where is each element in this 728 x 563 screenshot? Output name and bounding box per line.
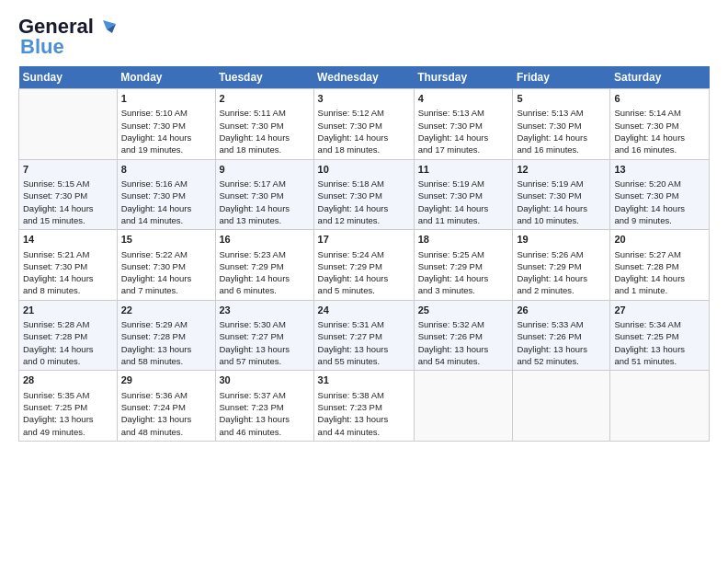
day-info: Daylight: 14 hours: [614, 272, 705, 284]
calendar-cell: 1Sunrise: 5:10 AMSunset: 7:30 PMDaylight…: [117, 89, 215, 160]
day-info: and 49 minutes.: [23, 426, 113, 438]
day-info: Sunrise: 5:14 AM: [614, 107, 705, 119]
day-number: 25: [418, 304, 509, 317]
day-info: Sunrise: 5:12 AM: [318, 107, 410, 119]
day-info: and 15 minutes.: [23, 214, 113, 226]
day-info: Sunset: 7:30 PM: [418, 190, 509, 201]
day-number: 11: [418, 163, 509, 177]
calendar-cell: 28Sunrise: 5:35 AMSunset: 7:25 PMDayligh…: [19, 371, 118, 442]
calendar-cell: 24Sunrise: 5:31 AMSunset: 7:27 PMDayligh…: [313, 300, 414, 371]
day-info: and 52 minutes.: [517, 355, 606, 367]
day-info: and 7 minutes.: [121, 284, 211, 296]
calendar-cell: 29Sunrise: 5:36 AMSunset: 7:24 PMDayligh…: [117, 371, 215, 442]
day-info: and 2 minutes.: [517, 284, 606, 296]
calendar-cell: 31Sunrise: 5:38 AMSunset: 7:23 PMDayligh…: [313, 371, 414, 442]
day-info: Sunset: 7:29 PM: [220, 260, 310, 272]
day-info: Daylight: 14 hours: [23, 343, 113, 355]
day-info: Daylight: 14 hours: [517, 202, 606, 214]
day-info: Sunset: 7:28 PM: [614, 260, 705, 272]
day-number: 19: [517, 233, 606, 247]
calendar-cell: 14Sunrise: 5:21 AMSunset: 7:30 PMDayligh…: [19, 230, 118, 301]
day-number: 5: [517, 92, 606, 106]
day-info: Sunrise: 5:20 AM: [614, 178, 705, 190]
day-info: Daylight: 14 hours: [517, 272, 606, 284]
day-info: Daylight: 14 hours: [418, 272, 509, 284]
calendar-cell: 27Sunrise: 5:34 AMSunset: 7:25 PMDayligh…: [610, 300, 710, 371]
day-info: Daylight: 14 hours: [121, 202, 211, 214]
calendar-cell: [513, 371, 610, 442]
day-number: 6: [614, 92, 705, 106]
day-info: Sunrise: 5:27 AM: [614, 248, 705, 260]
day-info: Daylight: 14 hours: [318, 202, 410, 214]
day-number: 20: [614, 233, 705, 247]
day-info: Sunset: 7:25 PM: [614, 330, 705, 342]
day-info: Daylight: 14 hours: [418, 202, 509, 214]
calendar-cell: 21Sunrise: 5:28 AMSunset: 7:28 PMDayligh…: [19, 300, 118, 371]
day-info: and 44 minutes.: [318, 426, 410, 438]
day-number: 31: [318, 373, 410, 387]
day-info: Sunrise: 5:36 AM: [121, 389, 211, 401]
day-info: and 57 minutes.: [220, 355, 310, 367]
day-info: and 18 minutes.: [220, 144, 310, 155]
calendar-cell: 13Sunrise: 5:20 AMSunset: 7:30 PMDayligh…: [610, 159, 710, 230]
day-info: Daylight: 13 hours: [220, 343, 310, 355]
page: General Blue SundayMondayTuesdayWednesda…: [0, 0, 728, 451]
day-info: Sunrise: 5:11 AM: [220, 107, 310, 119]
day-info: Sunset: 7:30 PM: [220, 120, 310, 132]
day-info: and 54 minutes.: [418, 355, 509, 367]
day-info: Sunset: 7:27 PM: [318, 330, 410, 342]
day-info: Sunset: 7:30 PM: [614, 120, 705, 132]
day-number: 30: [220, 373, 310, 387]
day-info: Sunrise: 5:30 AM: [220, 318, 310, 330]
day-number: 21: [23, 304, 113, 317]
day-info: Daylight: 14 hours: [23, 202, 113, 214]
calendar-cell: 16Sunrise: 5:23 AMSunset: 7:29 PMDayligh…: [215, 230, 313, 301]
day-info: Sunset: 7:30 PM: [418, 120, 509, 132]
calendar-cell: 20Sunrise: 5:27 AMSunset: 7:28 PMDayligh…: [610, 230, 710, 301]
day-info: Sunset: 7:26 PM: [517, 330, 606, 342]
day-number: 22: [121, 304, 211, 317]
day-info: Sunset: 7:30 PM: [517, 190, 606, 201]
day-info: Sunrise: 5:33 AM: [517, 318, 606, 330]
day-info: and 16 minutes.: [517, 144, 606, 155]
calendar-cell: 18Sunrise: 5:25 AMSunset: 7:29 PMDayligh…: [414, 230, 513, 301]
day-info: Daylight: 13 hours: [23, 413, 113, 425]
day-info: Sunset: 7:30 PM: [23, 260, 113, 272]
day-number: 16: [220, 233, 310, 247]
day-info: and 6 minutes.: [220, 284, 310, 296]
day-info: and 13 minutes.: [220, 214, 310, 226]
day-info: Daylight: 13 hours: [517, 343, 606, 355]
day-info: Sunset: 7:25 PM: [23, 401, 113, 413]
day-number: 1: [121, 92, 211, 106]
calendar-cell: 22Sunrise: 5:29 AMSunset: 7:28 PMDayligh…: [117, 300, 215, 371]
calendar-cell: 15Sunrise: 5:22 AMSunset: 7:30 PMDayligh…: [117, 230, 215, 301]
day-info: Daylight: 13 hours: [318, 413, 410, 425]
day-info: Daylight: 14 hours: [614, 132, 705, 144]
col-header-sunday: Sunday: [19, 66, 118, 89]
day-info: Daylight: 13 hours: [121, 343, 211, 355]
day-info: Sunrise: 5:34 AM: [614, 318, 705, 330]
header-row: SundayMondayTuesdayWednesdayThursdayFrid…: [19, 66, 710, 89]
day-info: Sunset: 7:30 PM: [318, 190, 410, 201]
calendar-cell: 8Sunrise: 5:16 AMSunset: 7:30 PMDaylight…: [117, 159, 215, 230]
day-number: 4: [418, 92, 509, 106]
day-info: Daylight: 14 hours: [121, 272, 211, 284]
day-info: Sunset: 7:28 PM: [121, 330, 211, 342]
day-info: Sunrise: 5:17 AM: [220, 178, 310, 190]
calendar-cell: 19Sunrise: 5:26 AMSunset: 7:29 PMDayligh…: [513, 230, 610, 301]
day-info: Sunrise: 5:31 AM: [318, 318, 410, 330]
col-header-saturday: Saturday: [610, 66, 710, 89]
day-info: Sunrise: 5:19 AM: [418, 178, 509, 190]
day-info: Sunset: 7:23 PM: [220, 401, 310, 413]
day-info: and 0 minutes.: [23, 355, 113, 367]
calendar-cell: 7Sunrise: 5:15 AMSunset: 7:30 PMDaylight…: [19, 159, 118, 230]
day-number: 12: [517, 163, 606, 177]
logo: General Blue: [18, 15, 116, 59]
day-info: Daylight: 13 hours: [318, 343, 410, 355]
calendar-cell: 12Sunrise: 5:19 AMSunset: 7:30 PMDayligh…: [513, 159, 610, 230]
day-info: Daylight: 13 hours: [220, 413, 310, 425]
day-info: and 46 minutes.: [220, 426, 310, 438]
day-info: and 19 minutes.: [121, 144, 211, 155]
day-info: Sunrise: 5:28 AM: [23, 318, 113, 330]
day-info: Daylight: 14 hours: [517, 132, 606, 144]
